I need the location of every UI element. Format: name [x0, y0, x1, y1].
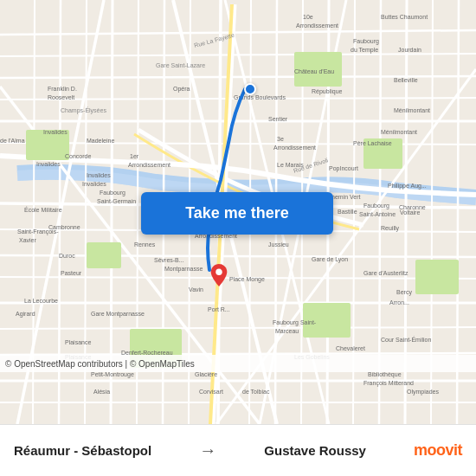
svg-text:Arrondissement: Arrondissement [128, 162, 170, 168]
svg-text:Sentier: Sentier [268, 116, 288, 122]
svg-text:Philippe Aug...: Philippe Aug... [388, 183, 427, 190]
svg-text:3e: 3e [277, 136, 284, 142]
svg-text:Gare d'Austerlitz: Gare d'Austerlitz [363, 270, 408, 276]
svg-text:Château d'Eau: Château d'Eau [294, 68, 334, 74]
svg-text:Opéra: Opéra [173, 86, 190, 93]
svg-text:Alésia: Alésia [93, 389, 110, 395]
svg-text:Gare de Lyon: Gare de Lyon [312, 256, 348, 263]
moovit-logo: moovit [414, 441, 462, 460]
svg-text:Glacière: Glacière [195, 371, 217, 377]
svg-text:Rennes: Rennes [134, 241, 156, 248]
svg-text:Saint-Germain: Saint-Germain [97, 198, 136, 204]
svg-text:Buttes Chaumont: Buttes Chaumont [381, 14, 428, 20]
svg-text:Voltaire: Voltaire [400, 209, 420, 215]
take-me-there-button[interactable]: Take me there [141, 192, 333, 235]
svg-text:Cour Saint-Émilion: Cour Saint-Émilion [381, 336, 431, 343]
svg-text:Corvisart: Corvisart [199, 389, 223, 395]
svg-text:Vavin: Vavin [189, 286, 203, 293]
copyright-text: © OpenStreetMap contributors | © OpenMap… [5, 359, 195, 369]
origin-station: Réaumur - Sébastopol [14, 443, 151, 458]
svg-text:Montparnasse: Montparnasse [164, 266, 203, 273]
svg-text:Invalides: Invalides [82, 181, 106, 187]
copyright-bar: © OpenStreetMap contributors | © OpenMap… [0, 355, 476, 372]
svg-text:Chevaleret: Chevaleret [336, 345, 365, 351]
svg-text:Arron...: Arron... [389, 299, 409, 306]
svg-text:Faubourg Saint-: Faubourg Saint- [273, 319, 317, 326]
destination-pin [210, 264, 228, 286]
svg-text:École Militaire: École Militaire [24, 206, 62, 213]
svg-text:de Tolbiac: de Tolbiac [242, 389, 270, 395]
svg-text:Jourdain: Jourdain [398, 47, 421, 53]
svg-text:Arrondissement: Arrondissement [296, 23, 338, 29]
bottom-bar: Réaumur - Sébastopol → Gustave Roussy mo… [0, 424, 476, 476]
svg-text:Olympiades: Olympiades [407, 389, 439, 396]
svg-text:Jussieu: Jussieu [268, 241, 289, 248]
svg-text:Invalides: Invalides [43, 129, 68, 135]
svg-text:Champs-Élysées: Champs-Élysées [61, 106, 106, 114]
svg-text:Reuilly: Reuilly [381, 225, 400, 232]
svg-text:10e: 10e [303, 14, 313, 20]
svg-point-131 [215, 269, 222, 275]
svg-text:Faubourg: Faubourg [100, 190, 125, 196]
svg-text:Faubourg: Faubourg [353, 38, 379, 45]
arrow-icon: → [199, 441, 216, 460]
svg-text:Franklin D.: Franklin D. [48, 86, 77, 92]
destination-station: Gustave Roussy [264, 443, 366, 458]
svg-text:de l'Alma: de l'Alma [0, 138, 25, 144]
svg-text:1er: 1er [130, 153, 139, 159]
svg-text:Gare Montparnasse: Gare Montparnasse [91, 311, 145, 318]
svg-text:Saint-Antoine: Saint-Antoine [359, 211, 396, 217]
svg-text:François Mitterand: François Mitterand [363, 380, 414, 387]
svg-rect-45 [415, 260, 459, 294]
svg-text:Marceau: Marceau [275, 328, 299, 334]
svg-text:Gare Saint-Lazare: Gare Saint-Lazare [156, 62, 205, 68]
map-container: Rue La Fayette Rue de Rivoli Champs-Élys… [0, 0, 476, 424]
svg-text:du Temple: du Temple [351, 47, 378, 54]
svg-text:Plaisance: Plaisance [65, 339, 91, 345]
svg-text:Agirard: Agirard [16, 311, 35, 318]
svg-text:Roosevelt: Roosevelt [48, 94, 74, 100]
moovit-label: moovit [414, 441, 462, 460]
origin-dot [244, 83, 256, 95]
svg-text:Xavier: Xavier [19, 237, 37, 243]
svg-rect-40 [87, 242, 121, 268]
svg-text:Saint-François-: Saint-François- [17, 228, 59, 235]
svg-text:Port R...: Port R... [208, 306, 230, 312]
svg-text:PopIncourt: PopIncourt [329, 165, 358, 172]
svg-text:Invalides: Invalides [36, 161, 61, 167]
svg-text:République: République [312, 88, 343, 95]
svg-text:Pasteur: Pasteur [61, 270, 82, 276]
svg-text:Sèvres-B...: Sèvres-B... [154, 257, 184, 263]
svg-text:Invalides: Invalides [87, 172, 111, 178]
svg-text:Concorde: Concorde [65, 153, 91, 159]
svg-text:Bastille: Bastille [338, 209, 357, 215]
svg-text:Bibliothèque: Bibliothèque [368, 371, 402, 378]
svg-text:La Lecourbe: La Lecourbe [24, 298, 58, 304]
svg-text:Belleville: Belleville [394, 77, 418, 83]
svg-text:Le Marais: Le Marais [277, 162, 304, 168]
svg-text:Madeleine: Madeleine [87, 138, 114, 144]
svg-text:Père Lachaise: Père Lachaise [353, 140, 392, 146]
svg-text:Petit-Montrouge: Petit-Montrouge [91, 371, 134, 378]
svg-text:Ménilmontant: Ménilmontant [394, 107, 430, 113]
svg-text:Faubourg: Faubourg [363, 203, 389, 209]
svg-text:Arrondissement: Arrondissement [273, 145, 316, 151]
svg-text:Ménilmontant: Ménilmontant [381, 129, 417, 135]
svg-text:Duroc: Duroc [59, 253, 75, 259]
svg-text:Place Monge: Place Monge [229, 276, 265, 283]
svg-text:Bercy: Bercy [396, 289, 412, 296]
